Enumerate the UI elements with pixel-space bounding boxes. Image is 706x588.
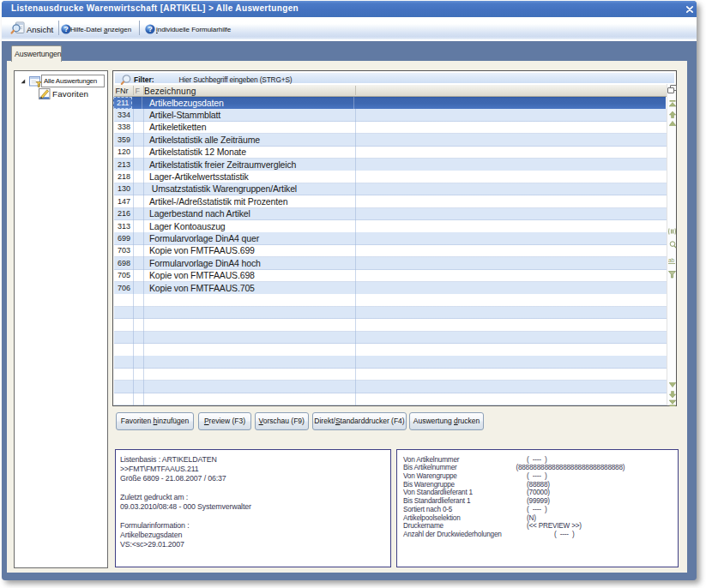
svg-text:?: ?: [63, 25, 68, 33]
svg-text:?: ?: [148, 25, 152, 33]
svg-text:ab: ab: [668, 257, 675, 263]
